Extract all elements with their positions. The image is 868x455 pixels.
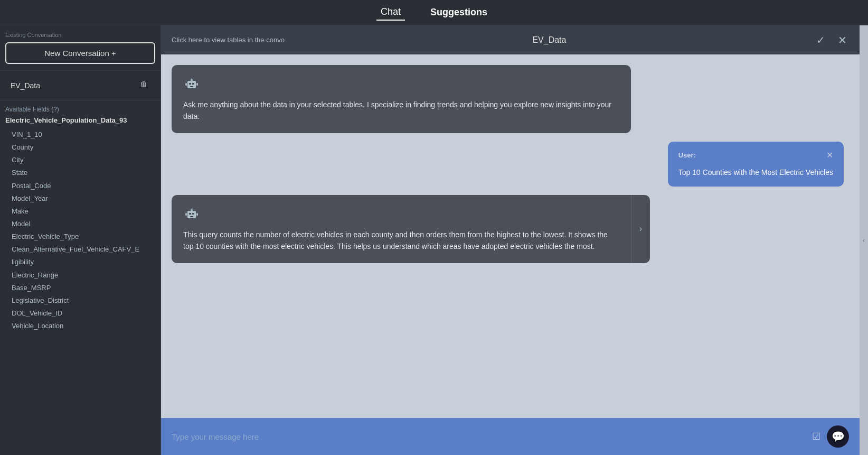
field-item: County bbox=[5, 141, 155, 154]
chat-area: Click here to view tables in the convo E… bbox=[161, 25, 860, 455]
svg-rect-7 bbox=[196, 83, 198, 86]
close-user-message-button[interactable]: ✕ bbox=[826, 151, 833, 160]
user-message-wrapper: User: ✕ Top 10 Counties with the Most El… bbox=[172, 142, 849, 187]
nav-chat-tab[interactable]: Chat bbox=[376, 4, 405, 21]
conversation-name: EV_Data bbox=[11, 81, 40, 90]
field-item: Legislative_District bbox=[5, 294, 155, 307]
nav-suggestions-tab[interactable]: Suggestions bbox=[426, 5, 492, 20]
view-tables-link[interactable]: Click here to view tables in the convo bbox=[172, 36, 285, 44]
user-message-header: User: ✕ bbox=[678, 150, 833, 161]
close-chat-button[interactable]: ✕ bbox=[836, 33, 849, 48]
send-button[interactable]: 💬 bbox=[827, 425, 849, 448]
user-message-body: Top 10 Counties with the Most Electric V… bbox=[678, 166, 833, 178]
svg-rect-1 bbox=[189, 83, 191, 85]
field-item: Clean_Alternative_Fuel_Vehicle_CAFV_E bbox=[5, 243, 155, 256]
field-item: State bbox=[5, 166, 155, 179]
bot-message-text-2: This query counts the number of electric… bbox=[183, 229, 619, 253]
field-item: VIN_1_10 bbox=[5, 128, 155, 141]
conversation-list: EV_Data bbox=[0, 71, 161, 100]
list-item[interactable]: EV_Data bbox=[5, 75, 155, 96]
chat-input-area: ☑ 💬 bbox=[161, 418, 860, 455]
svg-rect-9 bbox=[189, 213, 191, 215]
trash-icon bbox=[139, 80, 148, 89]
sidebar-top: Existing Conversation New Conversation + bbox=[0, 25, 161, 71]
robot-icon bbox=[183, 76, 200, 92]
checkbox-icon-button[interactable]: ☑ bbox=[812, 431, 820, 442]
robot-icon-2 bbox=[183, 206, 200, 222]
svg-rect-6 bbox=[185, 83, 187, 86]
user-label: User: bbox=[678, 150, 696, 161]
field-item: Base_MSRP bbox=[5, 282, 155, 294]
bot-message-with-arrow-wrapper: This query counts the number of electric… bbox=[172, 195, 849, 263]
available-fields-label: Available Fields (?) bbox=[5, 106, 155, 113]
field-item: City bbox=[5, 154, 155, 166]
top-navigation: Chat Suggestions bbox=[0, 0, 868, 25]
chevron-right-icon: › bbox=[639, 224, 642, 234]
chat-header: Click here to view tables in the convo E… bbox=[161, 25, 860, 54]
new-conversation-button[interactable]: New Conversation + bbox=[5, 42, 155, 64]
bot-avatar-icon bbox=[183, 76, 200, 92]
field-item: DOL_Vehicle_ID bbox=[5, 307, 155, 320]
svg-rect-15 bbox=[196, 213, 198, 216]
expand-arrow-button[interactable]: › bbox=[631, 195, 650, 263]
svg-rect-14 bbox=[185, 213, 187, 216]
bot-avatar-icon-2 bbox=[183, 206, 200, 222]
sidebar-fields: Available Fields (?) Electric_Vehicle_Po… bbox=[0, 100, 161, 455]
field-item: Make bbox=[5, 205, 155, 218]
right-panel-collapse-handle[interactable]: ‹ bbox=[860, 25, 868, 455]
main-body: Existing Conversation New Conversation +… bbox=[0, 25, 868, 455]
field-item: Postal_Code bbox=[5, 180, 155, 192]
table-name: Electric_Vehicle_Population_Data_93 bbox=[5, 116, 155, 124]
svg-point-5 bbox=[191, 79, 193, 80]
svg-rect-10 bbox=[192, 213, 194, 215]
collapse-icon: ‹ bbox=[863, 237, 865, 244]
bot-message: Ask me anything about the data in your s… bbox=[172, 65, 631, 133]
svg-point-13 bbox=[191, 208, 193, 210]
field-item: Model_Year bbox=[5, 192, 155, 205]
field-item: Electric_Range bbox=[5, 269, 155, 282]
field-item: Model bbox=[5, 218, 155, 230]
bot-message-text: Ask me anything about the data in your s… bbox=[183, 99, 619, 123]
user-message: User: ✕ Top 10 Counties with the Most El… bbox=[668, 142, 844, 187]
existing-conversation-label: Existing Conversation bbox=[5, 32, 155, 38]
field-item: ligibility bbox=[5, 256, 155, 268]
chat-title: EV_Data bbox=[293, 35, 806, 45]
delete-conversation-button[interactable] bbox=[137, 79, 150, 91]
svg-rect-3 bbox=[190, 86, 193, 87]
field-item: Vehicle_Location bbox=[5, 320, 155, 332]
sidebar: Existing Conversation New Conversation +… bbox=[0, 25, 161, 455]
chat-bubble-icon: 💬 bbox=[832, 430, 845, 443]
field-item: Electric_Vehicle_Type bbox=[5, 230, 155, 243]
confirm-button[interactable]: ✓ bbox=[814, 33, 827, 48]
message-input[interactable] bbox=[172, 432, 806, 441]
svg-rect-2 bbox=[192, 83, 194, 85]
svg-rect-11 bbox=[190, 216, 193, 217]
bot-message-2: This query counts the number of electric… bbox=[172, 195, 631, 263]
messages-container: Ask me anything about the data in your s… bbox=[161, 54, 860, 418]
